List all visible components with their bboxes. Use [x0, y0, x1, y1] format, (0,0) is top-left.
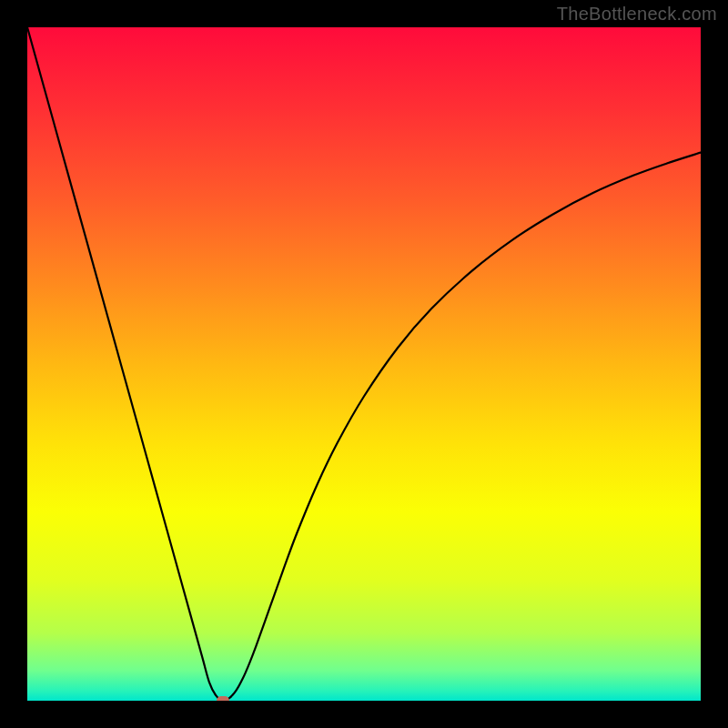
watermark-text: TheBottleneck.com: [557, 4, 717, 25]
minimum-marker: [217, 696, 229, 701]
plot-area: [27, 27, 701, 701]
bottleneck-curve: [27, 27, 701, 701]
chart-frame: TheBottleneck.com: [0, 0, 728, 728]
